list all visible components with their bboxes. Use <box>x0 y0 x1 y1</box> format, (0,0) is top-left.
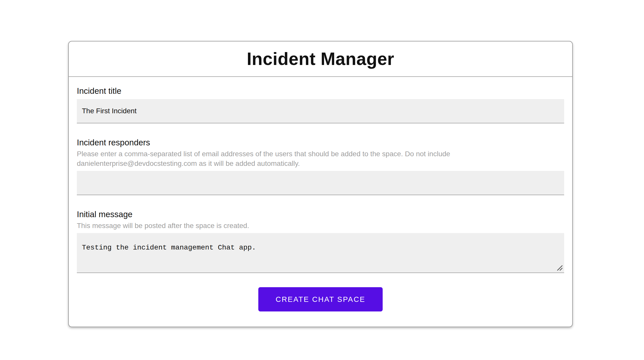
initial-message-textarea-wrap: Testing the incident management Chat app… <box>77 233 564 273</box>
incident-responders-input[interactable] <box>77 171 564 195</box>
page-background: Incident Manager Incident title Incident… <box>0 0 644 360</box>
resize-grip-icon[interactable] <box>556 264 563 271</box>
incident-title-label: Incident title <box>77 85 564 97</box>
button-row: CREATE CHAT SPACE <box>77 287 564 311</box>
incident-manager-card: Incident Manager Incident title Incident… <box>68 41 573 327</box>
incident-responders-section: Incident responders Please enter a comma… <box>77 137 564 195</box>
create-chat-space-button[interactable]: CREATE CHAT SPACE <box>258 287 383 311</box>
incident-title-input[interactable] <box>77 99 564 123</box>
card-header: Incident Manager <box>69 41 572 77</box>
card-body: Incident title Incident responders Pleas… <box>69 85 572 327</box>
initial-message-hint: This message will be posted after the sp… <box>77 221 564 231</box>
page-title: Incident Manager <box>247 49 394 69</box>
incident-responders-hint: Please enter a comma-separated list of e… <box>77 149 564 168</box>
incident-title-section: Incident title <box>77 85 564 123</box>
initial-message-textarea[interactable]: Testing the incident management Chat app… <box>77 233 564 273</box>
initial-message-label: Initial message <box>77 209 564 220</box>
initial-message-section: Initial message This message will be pos… <box>77 209 564 273</box>
incident-responders-label: Incident responders <box>77 137 564 148</box>
